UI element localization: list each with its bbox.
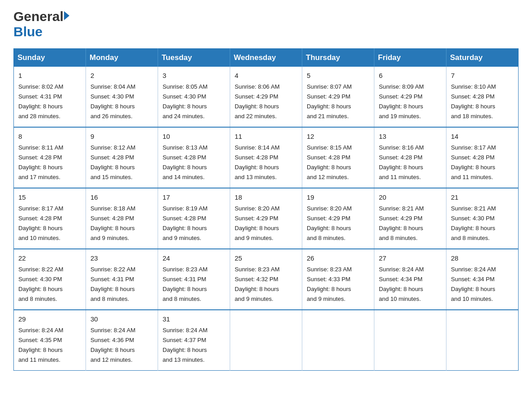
weekday-header-tuesday: Tuesday — [158, 49, 230, 67]
day-info: Sunrise: 8:05 AMSunset: 4:30 PMDaylight:… — [163, 83, 207, 120]
calendar-cell: 27 Sunrise: 8:24 AMSunset: 4:34 PMDaylig… — [374, 249, 446, 310]
calendar-cell: 17 Sunrise: 8:19 AMSunset: 4:28 PMDaylig… — [158, 188, 230, 249]
day-info: Sunrise: 8:22 AMSunset: 4:30 PMDaylight:… — [18, 266, 63, 302]
logo: General Blue — [13, 9, 69, 39]
day-number: 18 — [235, 192, 297, 202]
day-number: 30 — [90, 314, 153, 324]
calendar-cell: 21 Sunrise: 8:21 AMSunset: 4:30 PMDaylig… — [446, 188, 519, 249]
day-info: Sunrise: 8:20 AMSunset: 4:29 PMDaylight:… — [235, 205, 279, 241]
logo-arrow-icon — [64, 11, 69, 20]
week-row-1: 1 Sunrise: 8:02 AMSunset: 4:31 PMDayligh… — [14, 67, 519, 127]
calendar-cell: 26 Sunrise: 8:23 AMSunset: 4:33 PMDaylig… — [302, 249, 374, 310]
day-number: 12 — [307, 131, 369, 141]
calendar-cell: 24 Sunrise: 8:23 AMSunset: 4:31 PMDaylig… — [158, 249, 230, 310]
calendar-cell: 19 Sunrise: 8:20 AMSunset: 4:29 PMDaylig… — [302, 188, 374, 249]
day-info: Sunrise: 8:04 AMSunset: 4:30 PMDaylight:… — [90, 83, 135, 120]
day-number: 3 — [163, 70, 225, 81]
day-info: Sunrise: 8:23 AMSunset: 4:31 PMDaylight:… — [163, 266, 207, 302]
day-number: 23 — [90, 253, 153, 263]
day-number: 31 — [163, 314, 225, 324]
day-info: Sunrise: 8:21 AMSunset: 4:29 PMDaylight:… — [379, 205, 424, 241]
calendar-cell: 25 Sunrise: 8:23 AMSunset: 4:32 PMDaylig… — [230, 249, 302, 310]
day-number: 15 — [18, 192, 81, 202]
calendar-table: SundayMondayTuesdayWednesdayThursdayFrid… — [13, 48, 519, 371]
day-info: Sunrise: 8:07 AMSunset: 4:29 PMDaylight:… — [307, 83, 352, 120]
day-number: 9 — [90, 131, 153, 141]
day-info: Sunrise: 8:24 AMSunset: 4:35 PMDaylight:… — [18, 327, 63, 363]
calendar-cell: 6 Sunrise: 8:09 AMSunset: 4:29 PMDayligh… — [374, 67, 446, 127]
calendar-cell: 10 Sunrise: 8:13 AMSunset: 4:28 PMDaylig… — [158, 127, 230, 188]
calendar-cell — [230, 310, 302, 370]
calendar-cell: 20 Sunrise: 8:21 AMSunset: 4:29 PMDaylig… — [374, 188, 446, 249]
calendar-cell: 3 Sunrise: 8:05 AMSunset: 4:30 PMDayligh… — [158, 67, 230, 127]
day-info: Sunrise: 8:10 AMSunset: 4:28 PMDaylight:… — [451, 83, 496, 120]
day-info: Sunrise: 8:17 AMSunset: 4:28 PMDaylight:… — [18, 205, 63, 241]
day-number: 13 — [379, 131, 442, 141]
day-info: Sunrise: 8:20 AMSunset: 4:29 PMDaylight:… — [307, 205, 352, 241]
calendar-cell — [374, 310, 446, 370]
day-info: Sunrise: 8:16 AMSunset: 4:28 PMDaylight:… — [379, 144, 424, 180]
day-number: 2 — [90, 70, 153, 81]
calendar-cell: 2 Sunrise: 8:04 AMSunset: 4:30 PMDayligh… — [86, 67, 158, 127]
weekday-header-row: SundayMondayTuesdayWednesdayThursdayFrid… — [14, 49, 519, 67]
calendar-cell: 12 Sunrise: 8:15 AMSunset: 4:28 PMDaylig… — [302, 127, 374, 188]
calendar-cell: 16 Sunrise: 8:18 AMSunset: 4:28 PMDaylig… — [86, 188, 158, 249]
calendar-cell — [302, 310, 374, 370]
calendar-cell: 8 Sunrise: 8:11 AMSunset: 4:28 PMDayligh… — [14, 127, 86, 188]
day-info: Sunrise: 8:24 AMSunset: 4:37 PMDaylight:… — [163, 327, 207, 363]
day-number: 16 — [90, 192, 153, 202]
calendar-cell: 1 Sunrise: 8:02 AMSunset: 4:31 PMDayligh… — [14, 67, 86, 127]
day-info: Sunrise: 8:18 AMSunset: 4:28 PMDaylight:… — [90, 205, 135, 241]
calendar-cell: 11 Sunrise: 8:14 AMSunset: 4:28 PMDaylig… — [230, 127, 302, 188]
calendar-cell: 30 Sunrise: 8:24 AMSunset: 4:36 PMDaylig… — [86, 310, 158, 370]
day-info: Sunrise: 8:24 AMSunset: 4:34 PMDaylight:… — [379, 266, 424, 302]
day-info: Sunrise: 8:11 AMSunset: 4:28 PMDaylight:… — [18, 144, 63, 180]
week-row-4: 22 Sunrise: 8:22 AMSunset: 4:30 PMDaylig… — [14, 249, 519, 310]
day-number: 22 — [18, 253, 81, 263]
day-number: 5 — [307, 70, 369, 81]
calendar-cell: 14 Sunrise: 8:17 AMSunset: 4:28 PMDaylig… — [446, 127, 519, 188]
day-info: Sunrise: 8:09 AMSunset: 4:29 PMDaylight:… — [379, 83, 424, 120]
day-info: Sunrise: 8:02 AMSunset: 4:31 PMDaylight:… — [18, 83, 63, 120]
calendar-cell: 5 Sunrise: 8:07 AMSunset: 4:29 PMDayligh… — [302, 67, 374, 127]
day-info: Sunrise: 8:15 AMSunset: 4:28 PMDaylight:… — [307, 144, 352, 180]
day-info: Sunrise: 8:21 AMSunset: 4:30 PMDaylight:… — [451, 205, 496, 241]
week-row-3: 15 Sunrise: 8:17 AMSunset: 4:28 PMDaylig… — [14, 188, 519, 249]
weekday-header-friday: Friday — [374, 49, 446, 67]
weekday-header-wednesday: Wednesday — [230, 49, 302, 67]
weekday-header-saturday: Saturday — [446, 49, 519, 67]
day-info: Sunrise: 8:13 AMSunset: 4:28 PMDaylight:… — [163, 144, 207, 180]
calendar-cell: 28 Sunrise: 8:24 AMSunset: 4:34 PMDaylig… — [446, 249, 519, 310]
calendar-cell: 18 Sunrise: 8:20 AMSunset: 4:29 PMDaylig… — [230, 188, 302, 249]
calendar-cell: 7 Sunrise: 8:10 AMSunset: 4:28 PMDayligh… — [446, 67, 519, 127]
logo-blue-text: Blue — [13, 24, 43, 39]
day-info: Sunrise: 8:06 AMSunset: 4:29 PMDaylight:… — [235, 83, 279, 120]
day-number: 25 — [235, 253, 297, 263]
day-info: Sunrise: 8:17 AMSunset: 4:28 PMDaylight:… — [451, 144, 496, 180]
calendar-cell: 15 Sunrise: 8:17 AMSunset: 4:28 PMDaylig… — [14, 188, 86, 249]
day-info: Sunrise: 8:14 AMSunset: 4:28 PMDaylight:… — [235, 144, 279, 180]
day-number: 28 — [451, 253, 514, 263]
day-number: 17 — [163, 192, 225, 202]
day-info: Sunrise: 8:19 AMSunset: 4:28 PMDaylight:… — [163, 205, 207, 241]
day-info: Sunrise: 8:24 AMSunset: 4:34 PMDaylight:… — [451, 266, 496, 302]
day-number: 4 — [235, 70, 297, 81]
calendar-cell: 4 Sunrise: 8:06 AMSunset: 4:29 PMDayligh… — [230, 67, 302, 127]
day-number: 7 — [451, 70, 514, 81]
logo-general-text: General — [13, 9, 64, 24]
day-number: 11 — [235, 131, 297, 141]
calendar-cell: 31 Sunrise: 8:24 AMSunset: 4:37 PMDaylig… — [158, 310, 230, 370]
day-info: Sunrise: 8:23 AMSunset: 4:32 PMDaylight:… — [235, 266, 279, 302]
day-number: 10 — [163, 131, 225, 141]
day-number: 14 — [451, 131, 514, 141]
calendar-cell: 13 Sunrise: 8:16 AMSunset: 4:28 PMDaylig… — [374, 127, 446, 188]
day-number: 27 — [379, 253, 442, 263]
day-number: 20 — [379, 192, 442, 202]
weekday-header-sunday: Sunday — [14, 49, 86, 67]
calendar-cell: 22 Sunrise: 8:22 AMSunset: 4:30 PMDaylig… — [14, 249, 86, 310]
calendar-cell: 23 Sunrise: 8:22 AMSunset: 4:31 PMDaylig… — [86, 249, 158, 310]
day-info: Sunrise: 8:24 AMSunset: 4:36 PMDaylight:… — [90, 327, 135, 363]
day-info: Sunrise: 8:22 AMSunset: 4:31 PMDaylight:… — [90, 266, 135, 302]
day-number: 1 — [18, 70, 81, 81]
calendar-cell: 9 Sunrise: 8:12 AMSunset: 4:28 PMDayligh… — [86, 127, 158, 188]
